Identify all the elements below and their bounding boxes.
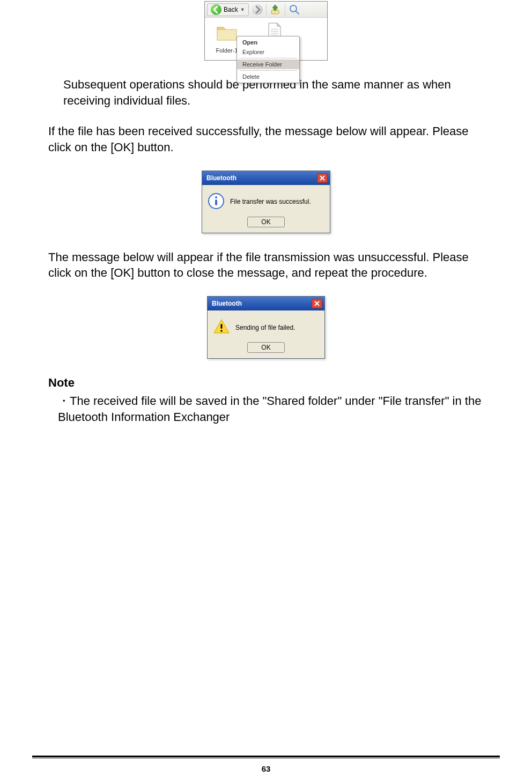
close-button[interactable] [312, 299, 322, 308]
svg-point-11 [220, 330, 223, 332]
ok-button[interactable]: OK [247, 342, 285, 353]
explorer-toolbar: Back ▼ [205, 2, 327, 18]
menu-divider [239, 58, 297, 58]
warning-icon [213, 318, 230, 337]
svg-rect-0 [271, 10, 279, 14]
menu-delete[interactable]: Delete [237, 72, 299, 82]
dialog-titlebar: Bluetooth [208, 297, 324, 310]
back-dropdown-icon: ▼ [240, 7, 245, 12]
paragraph-success: If the file has been received successful… [48, 123, 484, 155]
dialog-title: Bluetooth [212, 300, 242, 307]
folder-icon [215, 21, 239, 46]
svg-rect-9 [215, 199, 217, 205]
forward-button[interactable] [252, 4, 263, 15]
toolbar-divider [285, 4, 285, 16]
back-icon [211, 4, 221, 15]
svg-line-2 [296, 11, 299, 14]
back-button[interactable]: Back ▼ [207, 3, 249, 16]
footer-rule [32, 756, 500, 758]
page-number: 63 [0, 764, 532, 773]
menu-receive-folder[interactable]: Receive Folder [237, 60, 299, 69]
dialog-title: Bluetooth [206, 174, 237, 182]
menu-open[interactable]: Open [237, 38, 299, 47]
dialog-fail: Bluetooth Sending of file failed. OK [207, 296, 325, 359]
context-menu: Open Explorer Receive Folder Delete [237, 36, 300, 83]
search-button[interactable] [289, 4, 300, 16]
menu-divider [239, 70, 297, 71]
dialog-message: File transfer was successful. [230, 198, 311, 205]
svg-rect-10 [221, 324, 223, 329]
menu-explorer[interactable]: Explorer [237, 47, 299, 57]
toolbar-divider [266, 4, 267, 16]
info-icon [208, 193, 225, 211]
dialog-message: Sending of file failed. [235, 324, 295, 331]
paragraph-fail: The message below will appear if the fil… [48, 249, 484, 281]
svg-point-8 [215, 196, 217, 198]
dialog-success: Bluetooth File transfer was successful. … [202, 171, 330, 233]
svg-point-1 [290, 5, 297, 12]
note-heading: Note [48, 375, 484, 391]
close-button[interactable] [317, 173, 328, 183]
dialog-titlebar: Bluetooth [202, 171, 330, 185]
up-button[interactable] [270, 4, 282, 16]
note-body: ・The received file will be saved in the … [48, 393, 484, 425]
ok-button[interactable]: OK [247, 217, 285, 227]
back-label: Back [224, 6, 238, 13]
folder-label: Folder-1 [216, 47, 238, 54]
